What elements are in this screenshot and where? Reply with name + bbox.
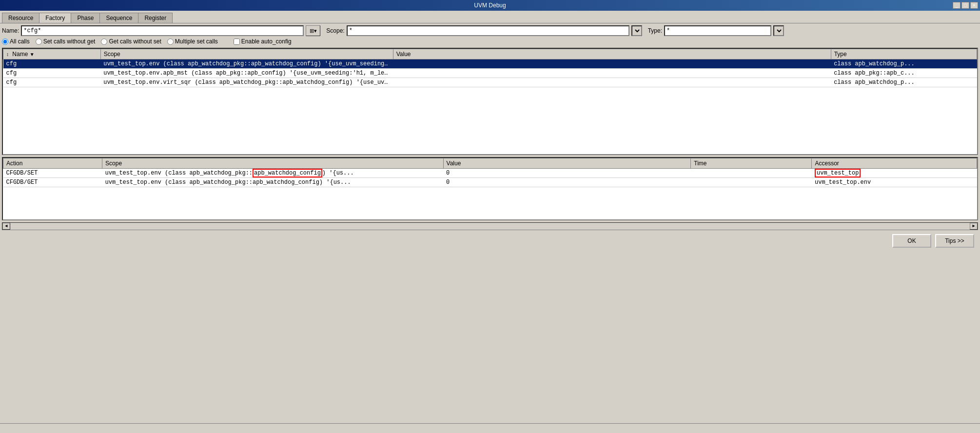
type-label: Type: [648,27,662,34]
window-title: UVM Debug [474,2,506,9]
main-table[interactable]: ↕ Name ▼ Scope Value Type cfguvm_t [2,48,978,155]
main-content: Name: ⊞▾ Scope: Type: All calls Set call… [0,23,980,423]
cell-type: class apb_pkg::apb_c... [831,69,977,78]
name-label: Name: [2,27,19,34]
sort-icon: ↕ [6,52,9,57]
bottom-table[interactable]: Action Scope Value Time Accessor [2,157,978,220]
checkbox-auto-config[interactable]: Enable auto_config [234,38,292,45]
cell-bvalue: 0 [443,178,691,187]
table-row[interactable]: cfguvm_test_top.env.virt_sqr (class apb_… [3,78,977,87]
tab-phase[interactable]: Phase [71,13,100,23]
table-row[interactable]: cfguvm_test_top.env.apb_mst (class apb_p… [3,69,977,78]
status-bar [0,423,980,433]
col-header-type[interactable]: Type [831,49,977,59]
scope-input[interactable] [347,25,629,36]
cell-type: class apb_watchdog_p... [831,78,977,87]
cell-type: class apb_watchdog_p... [831,59,977,69]
cell-bvalue: 0 [443,169,691,178]
col-header-btime[interactable]: Time [691,158,812,169]
type-dropdown[interactable] [773,25,784,36]
radio-get-without-set[interactable]: Get calls without set [101,38,161,45]
scroll-right-arrow[interactable]: ► [970,223,978,230]
cell-bscope: uvm_test_top.env (class apb_watchdog_pkg… [102,178,444,187]
col-header-value[interactable]: Value [393,49,831,59]
radio-set-without-get-label: Set calls without get [43,38,96,45]
auto-config-label: Enable auto_config [241,38,292,45]
cell-btime [691,169,812,178]
ok-button[interactable]: OK [892,234,931,248]
maximize-button[interactable]: □ [961,2,969,9]
cell-baccessor: uvm_test_top [812,169,977,178]
cell-btime [691,178,812,187]
tips-button[interactable]: Tips >> [935,234,974,248]
col-header-bvalue[interactable]: Value [443,158,691,169]
tab-register[interactable]: Register [138,13,173,23]
radio-get-without-set-label: Get calls without set [109,38,161,45]
cell-scope: uvm_test_top.env.virt_sqr (class apb_wat… [100,78,393,87]
col-header-bscope[interactable]: Scope [102,158,444,169]
col-header-scope[interactable]: Scope [100,49,393,59]
cell-value [393,59,831,69]
radio-set-without-get[interactable]: Set calls without get [36,38,96,45]
cell-value [393,78,831,87]
tab-sequence[interactable]: Sequence [99,13,138,23]
tab-resource[interactable]: Resource [2,13,39,23]
cell-baccessor: uvm_test_top.env [812,178,977,187]
type-input[interactable] [664,25,771,36]
radio-all-calls-label: All calls [10,38,30,45]
table-row[interactable]: CFGDB/GETuvm_test_top.env (class apb_wat… [3,178,977,187]
radio-bar: All calls Set calls without get Get call… [2,38,978,45]
radio-all-calls[interactable]: All calls [2,38,30,45]
table-row[interactable]: cfguvm_test_top.env (class apb_watchdog_… [3,59,977,69]
name-input[interactable] [21,25,304,36]
radio-multiple-set[interactable]: Multiple set calls [167,38,218,45]
radio-multiple-set-label: Multiple set calls [175,38,218,45]
scroll-left-arrow[interactable]: ◄ [2,223,10,230]
window-controls[interactable]: _ □ ✕ [953,2,978,9]
cell-action: CFGDB/GET [3,178,102,187]
cell-name: cfg [3,69,101,78]
col-header-action[interactable]: Action [3,158,102,169]
cell-scope: uvm_test_top.env.apb_mst (class apb_pkg:… [100,69,393,78]
grid-button[interactable]: ⊞▾ [306,25,320,36]
cell-bscope: uvm_test_top.env (class apb_watchdog_pkg… [102,169,444,178]
filter-bar: Name: ⊞▾ Scope: Type: [2,25,978,36]
cell-name: cfg [3,59,101,69]
close-button[interactable]: ✕ [970,2,978,9]
tab-factory[interactable]: Factory [39,13,71,23]
horizontal-scrollbar[interactable]: ◄ ► [2,222,978,230]
tab-bar: Resource Factory Phase Sequence Register [0,11,980,23]
col-header-name[interactable]: ↕ Name ▼ [3,49,101,59]
scope-dropdown[interactable] [631,25,642,36]
table-row[interactable]: CFGDB/SETuvm_test_top.env (class apb_wat… [3,169,977,178]
minimize-button[interactable]: _ [953,2,960,9]
col-header-baccessor[interactable]: Accessor [812,158,977,169]
cell-value [393,69,831,78]
cell-action: CFGDB/SET [3,169,102,178]
cell-scope: uvm_test_top.env (class apb_watchdog_pkg… [100,59,393,69]
scope-label: Scope: [326,27,344,34]
cell-name: cfg [3,78,101,87]
title-bar: UVM Debug _ □ ✕ [0,0,980,11]
bottom-buttons: OK Tips >> [2,232,978,250]
